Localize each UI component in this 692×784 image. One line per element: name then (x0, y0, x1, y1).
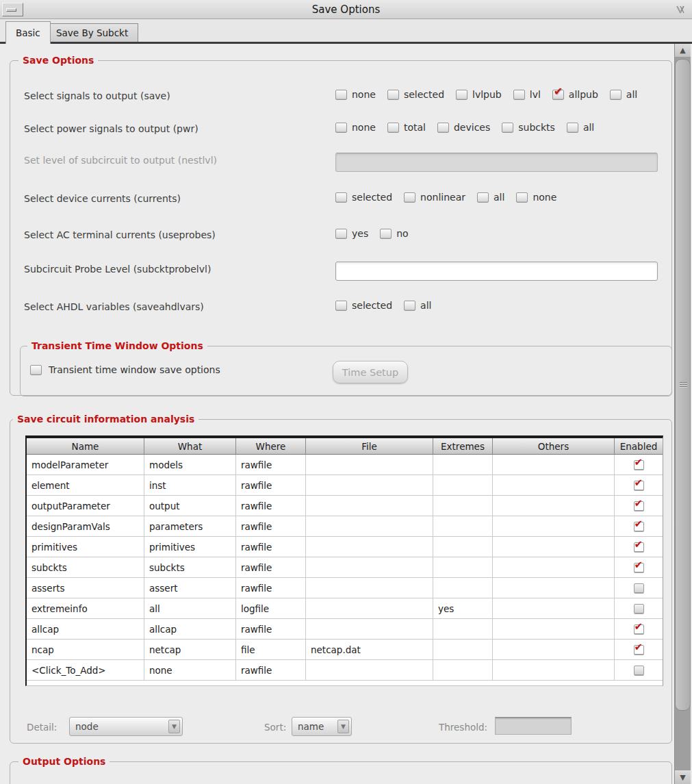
cell-what[interactable]: inst (144, 475, 236, 495)
cell-enabled[interactable]: ✔ (615, 516, 663, 536)
table-row-primitives[interactable]: primitivesprimitivesrawfile✔ (27, 537, 663, 557)
checkbox-save-selected-box[interactable] (387, 90, 399, 100)
cell-extremes[interactable] (433, 557, 493, 577)
checkbox-pwr-all-box[interactable] (567, 123, 578, 133)
cell-name[interactable]: primitives (27, 537, 144, 557)
enabled-checkbox[interactable]: ✔ (634, 522, 644, 531)
cell-enabled[interactable]: ✔ (615, 475, 663, 495)
cell-enabled[interactable] (615, 598, 663, 618)
enabled-checkbox[interactable] (634, 604, 644, 614)
cell-extremes[interactable] (433, 496, 493, 516)
cell-extremes[interactable] (433, 660, 493, 680)
column-header-what[interactable]: What (144, 438, 236, 454)
table-row-ncap[interactable]: ncapnetcapfilenetcap.dat✔ (27, 640, 663, 660)
cell-file[interactable] (306, 496, 433, 516)
time-setup-button[interactable]: Time Setup (333, 361, 408, 383)
checkbox-saveahdlvars-selected-box[interactable] (335, 301, 347, 311)
enabled-checkbox[interactable]: ✔ (634, 501, 644, 511)
cell-where[interactable]: rawfile (236, 578, 306, 598)
enabled-checkbox[interactable]: ✔ (634, 563, 644, 572)
cell-others[interactable] (493, 537, 615, 557)
cell-others[interactable] (493, 578, 615, 598)
cell-where[interactable]: rawfile (236, 557, 306, 577)
cell-name[interactable]: modelParameter (27, 455, 144, 475)
checkbox-useprobes-no-box[interactable] (380, 229, 392, 239)
table-row-asserts[interactable]: assertsassertrawfile (27, 578, 663, 598)
cell-what[interactable]: allcap (144, 619, 236, 639)
cell-enabled[interactable]: ✔ (615, 557, 663, 577)
transient-checkbox[interactable] (30, 365, 42, 375)
cell-name[interactable]: subckts (27, 557, 144, 577)
cell-where[interactable]: rawfile (236, 537, 306, 557)
cell-name[interactable]: asserts (27, 578, 144, 598)
cell-enabled[interactable] (615, 660, 663, 680)
cell-where[interactable]: rawfile (236, 516, 306, 536)
checkbox-save-lvl-box[interactable] (513, 90, 525, 100)
column-header-where[interactable]: Where (236, 438, 306, 454)
checkbox-currents-none-box[interactable] (516, 192, 528, 203)
cell-others[interactable] (493, 640, 615, 659)
tab-basic[interactable]: Basic (5, 21, 51, 44)
column-header-extremes[interactable]: Extremes (433, 438, 493, 454)
cell-file[interactable] (306, 475, 433, 495)
cell-name[interactable]: element (27, 475, 144, 495)
cell-where[interactable]: rawfile (236, 455, 306, 475)
column-header-file[interactable]: File (306, 438, 433, 454)
cell-others[interactable] (493, 455, 615, 475)
enabled-checkbox[interactable]: ✔ (634, 460, 644, 470)
cell-extremes[interactable]: yes (433, 598, 493, 618)
cell-what[interactable]: assert (144, 578, 236, 598)
checkbox-save-all-box[interactable] (610, 90, 621, 100)
cell-extremes[interactable] (433, 537, 493, 557)
cell-where[interactable]: file (236, 640, 306, 659)
cell-extremes[interactable] (433, 578, 493, 598)
table-row-Click_To_Add[interactable]: <Click_To_Add>nonerawfile (27, 660, 663, 681)
column-header-enabled[interactable]: Enabled (615, 438, 663, 454)
cell-extremes[interactable] (433, 475, 493, 495)
cell-where[interactable]: rawfile (236, 496, 306, 516)
threshold-input[interactable] (495, 717, 572, 735)
cell-name[interactable]: designParamVals (27, 516, 144, 536)
cell-others[interactable] (493, 598, 615, 618)
cell-file[interactable] (306, 660, 433, 680)
cell-extremes[interactable] (433, 455, 493, 475)
enabled-checkbox[interactable]: ✔ (634, 645, 644, 655)
cell-file[interactable] (306, 619, 433, 639)
detail-dropdown-arrow-icon[interactable]: ▼ (168, 720, 180, 733)
enabled-checkbox[interactable] (634, 666, 644, 675)
checkbox-pwr-none-box[interactable] (335, 123, 347, 133)
column-header-others[interactable]: Others (493, 438, 615, 454)
tab-save-by-subckt[interactable]: Save By Subckt (46, 23, 138, 42)
cell-what[interactable]: output (144, 496, 236, 516)
checkbox-pwr-total-box[interactable] (387, 123, 399, 133)
cell-file[interactable] (306, 557, 433, 577)
close-button[interactable] (671, 3, 689, 16)
cell-others[interactable] (493, 660, 615, 680)
cell-enabled[interactable]: ✔ (615, 537, 663, 557)
enabled-checkbox[interactable]: ✔ (634, 624, 644, 634)
cell-others[interactable] (493, 496, 615, 516)
checkbox-currents-selected-box[interactable] (335, 192, 347, 203)
cell-file[interactable]: netcap.dat (306, 640, 433, 659)
table-row-outputParameter[interactable]: outputParameteroutputrawfile✔ (27, 496, 663, 516)
cell-others[interactable] (493, 619, 615, 639)
cell-file[interactable] (306, 598, 433, 618)
checkbox-useprobes-yes-box[interactable] (335, 229, 347, 239)
checkbox-saveahdlvars-all-box[interactable] (404, 301, 415, 311)
enabled-checkbox[interactable]: ✔ (634, 542, 644, 552)
table-row-allcap[interactable]: allcapallcaprawfile✔ (27, 619, 663, 640)
cell-others[interactable] (493, 475, 615, 495)
cell-name[interactable]: ncap (27, 640, 144, 659)
checkbox-save-allpub-box[interactable]: ✔ (552, 90, 564, 100)
cell-enabled[interactable]: ✔ (615, 496, 663, 516)
cell-enabled[interactable]: ✔ (615, 455, 663, 475)
cell-enabled[interactable]: ✔ (615, 619, 663, 639)
cell-name[interactable]: outputParameter (27, 496, 144, 516)
sort-dropdown-arrow-icon[interactable]: ▼ (337, 720, 349, 733)
sort-dropdown[interactable]: name ▼ (292, 717, 352, 736)
cell-what[interactable]: none (144, 660, 236, 680)
table-row-subckts[interactable]: subcktssubcktsrawfile✔ (27, 557, 663, 578)
table-row-modelParameter[interactable]: modelParametermodelsrawfile✔ (27, 455, 663, 475)
vertical-scrollbar[interactable]: ▲ ▼ (674, 44, 691, 784)
checkbox-pwr-subckts-box[interactable] (502, 123, 513, 133)
